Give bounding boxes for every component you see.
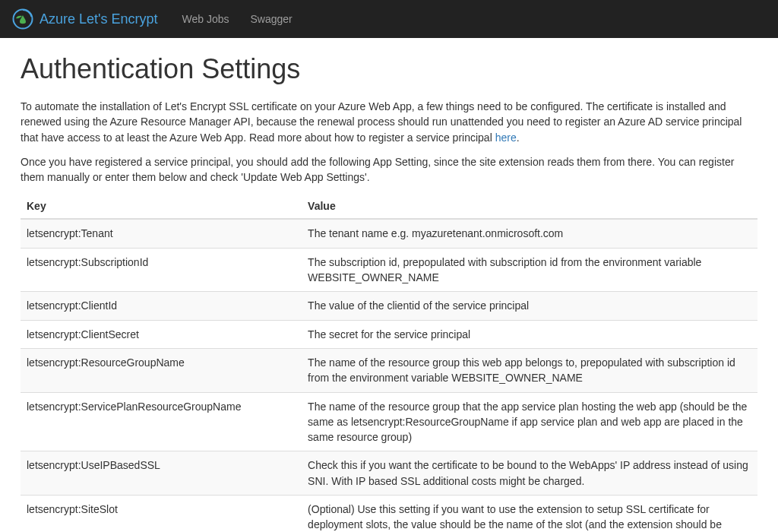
table-cell-value: The name of the resource group this web … <box>302 348 757 392</box>
table-cell-value: The subscription id, prepopulated with s… <box>302 248 757 292</box>
table-cell-key: letsencrypt:SiteSlot <box>21 496 302 532</box>
table-cell-value: (Optional) Use this setting if you want … <box>302 496 757 532</box>
navbar: Azure Let's Encrypt Web Jobs Swagger <box>0 0 778 38</box>
intro-paragraph-2: Once you have registered a service princ… <box>21 154 757 185</box>
nav-link-webjobs[interactable]: Web Jobs <box>173 2 239 36</box>
table-cell-value: The tenant name e.g. myazuretenant.onmic… <box>302 219 757 248</box>
table-row: letsencrypt:SiteSlot(Optional) Use this … <box>21 496 757 532</box>
intro1-pre: To automate the installation of Let's En… <box>21 100 742 144</box>
main-content: Authentication Settings To automate the … <box>9 38 769 532</box>
table-header-value: Value <box>302 194 757 219</box>
table-cell-value: The secret for the service principal <box>302 320 757 348</box>
table-row: letsencrypt:ResourceGroupNameThe name of… <box>21 348 757 392</box>
table-cell-key: letsencrypt:ServicePlanResourceGroupName <box>21 392 302 451</box>
table-header-key: Key <box>21 194 302 219</box>
table-row: letsencrypt:ClientIdThe value of the cli… <box>21 292 757 320</box>
brand-text: Azure Let's Encrypt <box>40 11 158 27</box>
page-title: Authentication Settings <box>21 53 757 85</box>
table-cell-value: The name of the resource group that the … <box>302 392 757 451</box>
table-cell-key: letsencrypt:Tenant <box>21 219 302 248</box>
table-cell-key: letsencrypt:ResourceGroupName <box>21 348 302 392</box>
nav-link-swagger[interactable]: Swagger <box>242 2 302 36</box>
table-row: letsencrypt:ServicePlanResourceGroupName… <box>21 392 757 451</box>
table-cell-key: letsencrypt:SubscriptionId <box>21 248 302 292</box>
brand-link[interactable]: Azure Let's Encrypt <box>12 8 158 30</box>
table-row: letsencrypt:ClientSecretThe secret for t… <box>21 320 757 348</box>
intro1-post: . <box>517 131 520 144</box>
table-cell-key: letsencrypt:ClientSecret <box>21 320 302 348</box>
navbar-links: Web Jobs Swagger <box>173 2 302 36</box>
table-cell-value: Check this if you want the certificate t… <box>302 451 757 496</box>
settings-table: Key Value letsencrypt:TenantThe tenant n… <box>21 194 757 532</box>
table-row: letsencrypt:SubscriptionIdThe subscripti… <box>21 248 757 292</box>
intro-paragraph-1: To automate the installation of Let's En… <box>21 99 757 145</box>
table-row: letsencrypt:TenantThe tenant name e.g. m… <box>21 219 757 248</box>
brand-logo-icon <box>12 8 33 30</box>
table-cell-key: letsencrypt:UseIPBasedSSL <box>21 451 302 496</box>
table-cell-value: The value of the clientid of the service… <box>302 292 757 320</box>
table-header-row: Key Value <box>21 194 757 219</box>
table-row: letsencrypt:UseIPBasedSSLCheck this if y… <box>21 451 757 496</box>
register-sp-link[interactable]: here <box>495 131 517 144</box>
table-cell-key: letsencrypt:ClientId <box>21 292 302 320</box>
